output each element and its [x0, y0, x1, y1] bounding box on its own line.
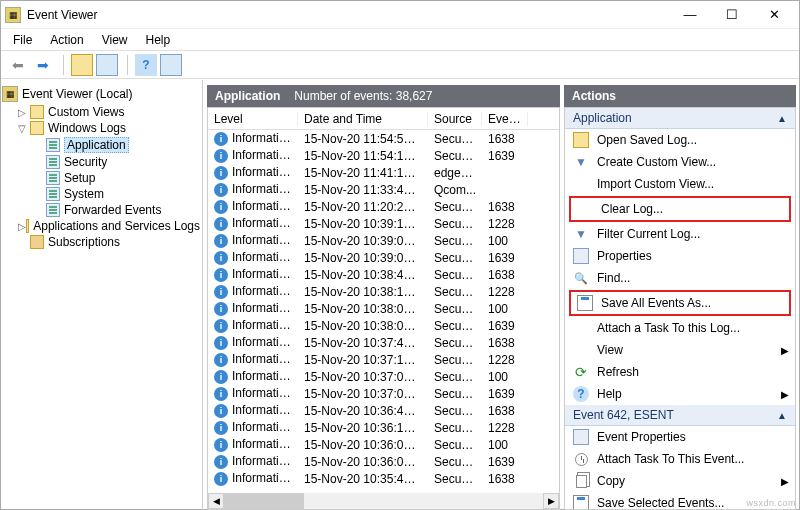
cell-datetime: 15-Nov-20 10:38:07 PM: [298, 319, 428, 333]
cell-eventid: 1639: [482, 387, 528, 401]
action-find[interactable]: 🔍 Find...: [565, 267, 795, 289]
menu-action[interactable]: Action: [42, 31, 91, 49]
col-source[interactable]: Source: [428, 112, 482, 126]
actions-section-event[interactable]: Event 642, ESENT ▲: [565, 405, 795, 426]
action-attach-task-log[interactable]: Attach a Task To this Log...: [565, 317, 795, 339]
menu-help[interactable]: Help: [138, 31, 179, 49]
tree-log-application[interactable]: Application: [2, 136, 200, 154]
help-toolbar-button[interactable]: ?: [135, 54, 157, 76]
actions-section-application[interactable]: Application ▲: [565, 108, 795, 129]
tree-log-system[interactable]: System: [2, 186, 200, 202]
action-event-properties[interactable]: Event Properties: [565, 426, 795, 448]
event-row[interactable]: iInformation15-Nov-20 10:36:07 PMSecurit…: [208, 453, 559, 470]
tree-log-setup[interactable]: Setup: [2, 170, 200, 186]
cell-datetime: 15-Nov-20 10:36:16 PM: [298, 421, 428, 435]
show-hide-tree-button[interactable]: [71, 54, 93, 76]
forward-button[interactable]: ➡: [32, 54, 54, 76]
maximize-button[interactable]: ☐: [711, 3, 753, 27]
submenu-arrow-icon: ▶: [781, 389, 789, 400]
action-import-custom-view[interactable]: Import Custom View...: [565, 173, 795, 195]
expand-icon[interactable]: ▷: [18, 107, 30, 118]
action-properties[interactable]: Properties: [565, 245, 795, 267]
app-icon: ▦: [5, 7, 21, 23]
info-icon: i: [214, 251, 228, 265]
event-row[interactable]: iInformation15-Nov-20 10:38:16 PMSecurit…: [208, 283, 559, 300]
action-copy[interactable]: Copy ▶: [565, 470, 795, 492]
event-row[interactable]: iInformation15-Nov-20 10:37:16 PMSecurit…: [208, 351, 559, 368]
event-row[interactable]: iInformation15-Nov-20 10:38:07 PMSecurit…: [208, 317, 559, 334]
action-help[interactable]: ? Help ▶: [565, 383, 795, 405]
log-icon: [46, 138, 60, 152]
cell-level: iInformation: [208, 352, 298, 367]
event-row[interactable]: iInformation15-Nov-20 10:38:07 PMSecurit…: [208, 300, 559, 317]
menu-file[interactable]: File: [5, 31, 40, 49]
action-create-custom-view[interactable]: ▼ Create Custom View...: [565, 151, 795, 173]
minimize-button[interactable]: —: [669, 3, 711, 27]
tree-root[interactable]: ▦ Event Viewer (Local): [2, 84, 200, 104]
cell-eventid: 1638: [482, 268, 528, 282]
event-row[interactable]: iInformation15-Nov-20 10:37:47 PMSecurit…: [208, 334, 559, 351]
close-button[interactable]: ✕: [753, 3, 795, 27]
scroll-right-button[interactable]: ▶: [543, 493, 559, 509]
info-icon: i: [214, 132, 228, 146]
back-button[interactable]: ⬅: [7, 54, 29, 76]
watermark: wsxdn.com: [746, 498, 796, 508]
toolbar-button-2[interactable]: [96, 54, 118, 76]
action-open-saved-log[interactable]: Open Saved Log...: [565, 129, 795, 151]
scroll-left-button[interactable]: ◀: [208, 493, 224, 509]
action-view[interactable]: View ▶: [565, 339, 795, 361]
event-row[interactable]: iInformation15-Nov-20 10:35:47 PMSecurit…: [208, 470, 559, 487]
event-row[interactable]: iInformation15-Nov-20 10:39:07 PMSecurit…: [208, 232, 559, 249]
collapse-icon: ▲: [777, 113, 787, 124]
tree-log-forwarded[interactable]: Forwarded Events: [2, 202, 200, 218]
event-row[interactable]: iInformation15-Nov-20 10:36:16 PMSecurit…: [208, 419, 559, 436]
collapse-icon[interactable]: ▽: [18, 123, 30, 134]
expand-icon[interactable]: ▷: [18, 221, 26, 232]
events-header-count: Number of events: 38,627: [294, 89, 432, 103]
tree-windows-logs[interactable]: ▽ Windows Logs: [2, 120, 200, 136]
event-row[interactable]: iInformation15-Nov-20 10:36:47 PMSecurit…: [208, 402, 559, 419]
tree-subscriptions[interactable]: Subscriptions: [2, 234, 200, 250]
horizontal-scrollbar[interactable]: ◀ ▶: [208, 493, 559, 509]
properties-toolbar-button[interactable]: [160, 54, 182, 76]
info-icon: i: [214, 149, 228, 163]
event-row[interactable]: iInformation15-Nov-20 11:54:19 PMSecurit…: [208, 147, 559, 164]
cell-level: iInformation: [208, 454, 298, 469]
event-row[interactable]: iInformation15-Nov-20 11:33:44 PMQcom...: [208, 181, 559, 198]
col-level[interactable]: Level: [208, 112, 298, 126]
tree-apps-services[interactable]: ▷ Applications and Services Logs: [2, 218, 200, 234]
info-icon: i: [214, 472, 228, 486]
action-save-all-events[interactable]: Save All Events As...: [575, 294, 785, 312]
event-row[interactable]: iInformation15-Nov-20 11:41:17 PMedgeup.…: [208, 164, 559, 181]
cell-datetime: 15-Nov-20 10:38:07 PM: [298, 302, 428, 316]
event-row[interactable]: iInformation15-Nov-20 10:37:07 PMSecurit…: [208, 368, 559, 385]
event-row[interactable]: iInformation15-Nov-20 10:38:47 PMSecurit…: [208, 266, 559, 283]
action-clear-log[interactable]: Clear Log...: [575, 200, 785, 218]
scroll-thumb[interactable]: [224, 493, 304, 509]
cell-datetime: 15-Nov-20 10:39:07 PM: [298, 251, 428, 265]
action-attach-task-event[interactable]: Attach Task To This Event...: [565, 448, 795, 470]
cell-source: Securit...: [428, 455, 482, 469]
cell-datetime: 15-Nov-20 11:33:44 PM: [298, 183, 428, 197]
cell-datetime: 15-Nov-20 10:36:08 PM: [298, 438, 428, 452]
event-row[interactable]: iInformation15-Nov-20 10:39:07 PMSecurit…: [208, 249, 559, 266]
info-icon: i: [214, 183, 228, 197]
action-refresh[interactable]: ⟳ Refresh: [565, 361, 795, 383]
tree-log-security[interactable]: Security: [2, 154, 200, 170]
cell-datetime: 15-Nov-20 11:54:50 PM: [298, 132, 428, 146]
col-date[interactable]: Date and Time: [298, 112, 428, 126]
menu-view[interactable]: View: [94, 31, 136, 49]
cell-level: iInformation: [208, 250, 298, 265]
col-eventid[interactable]: Event I...: [482, 112, 528, 126]
action-filter-current-log[interactable]: ▼ Filter Current Log...: [565, 223, 795, 245]
event-row[interactable]: iInformation15-Nov-20 10:37:07 PMSecurit…: [208, 385, 559, 402]
event-row[interactable]: iInformation15-Nov-20 11:20:24 PMSecurit…: [208, 198, 559, 215]
event-row[interactable]: iInformation15-Nov-20 10:36:08 PMSecurit…: [208, 436, 559, 453]
cell-level: iInformation: [208, 437, 298, 452]
find-icon: 🔍: [573, 270, 589, 286]
event-row[interactable]: iInformation15-Nov-20 10:39:16 PMSecurit…: [208, 215, 559, 232]
tree-custom-views[interactable]: ▷ Custom Views: [2, 104, 200, 120]
cell-source: Securit...: [428, 234, 482, 248]
event-row[interactable]: iInformation15-Nov-20 11:54:50 PMSecurit…: [208, 130, 559, 147]
cell-source: Securit...: [428, 149, 482, 163]
